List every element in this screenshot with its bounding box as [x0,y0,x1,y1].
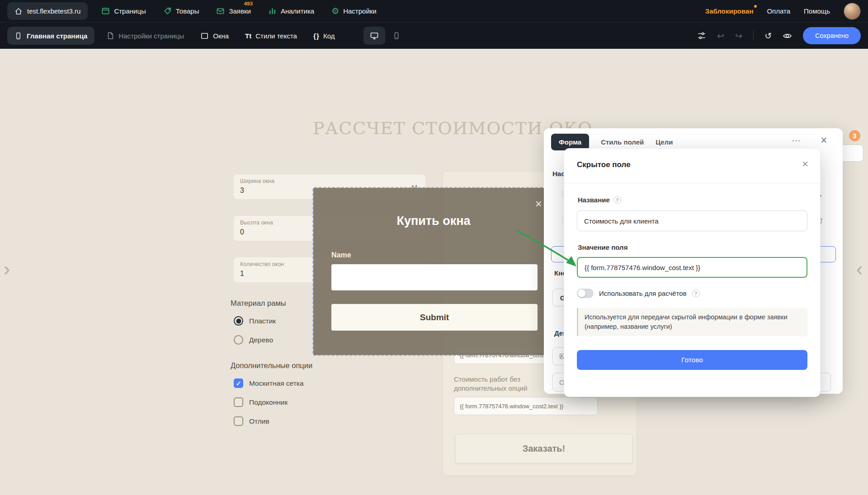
nav-leads[interactable]: Заявки 493 [216,7,250,15]
edge-right-arrow-icon[interactable]: ‹ [856,260,863,279]
field-name-label: Название [578,196,610,204]
width-field-label: Ширина окна [240,178,419,184]
field-value-input[interactable]: {{ form.778757476.window_cost.text }} [577,257,807,278]
text-styles-label: Стили текста [255,32,297,40]
top-nav: Страницы Товары Заявки 493 Аналитика [101,7,376,15]
pages-icon [101,7,110,15]
layout-settings-icon[interactable] [697,31,706,40]
page-phone-icon [14,32,22,40]
name-input[interactable] [331,264,538,290]
device-switch [363,27,401,45]
edge-left-arrow-icon[interactable]: › [4,260,10,279]
site-domain-chip[interactable]: test.flexbetest3.ru [7,2,88,20]
cost-label: Стоимость работ без дополнительных опций [454,375,559,393]
panel-more-icon[interactable]: ··· [792,136,801,145]
checkbox-sill[interactable]: Подоконник [234,397,288,407]
nav-leads-label: Заявки [229,7,250,15]
annotation-arrow [513,226,590,276]
mobile-icon [392,32,401,40]
calc-toggle[interactable] [577,289,594,298]
redo-icon[interactable]: ↪ [735,32,742,40]
top-bar: test.flexbetest3.ru Страницы Товары Заяв… [0,0,868,22]
leads-icon [216,7,225,15]
checkbox-drip-label: Отлив [249,417,269,425]
page-settings-icon [106,32,114,40]
current-page-button[interactable]: Главная страница [7,27,94,45]
nav-products[interactable]: Товары [163,7,199,15]
name-help-icon[interactable]: ? [613,196,621,204]
flexbe-editor-screen: test.flexbetest3.ru Страницы Товары Заяв… [0,0,868,495]
checkbox-sill-control[interactable] [234,397,243,407]
checkbox-mosquito-net-control[interactable]: ✓ [234,378,243,388]
history-icon[interactable]: ↺ [764,32,772,40]
windows-icon [200,32,209,40]
windows-label: Окна [213,32,229,40]
checkbox-sill-label: Подоконник [249,398,288,406]
preview-eye-icon[interactable] [783,31,792,41]
toolbar-divider [753,31,754,41]
site-domain: test.flexbetest3.ru [27,7,80,15]
text-styles-button[interactable]: Tt Стили текста [245,32,297,40]
help-link[interactable]: Помощь [804,7,830,15]
settings-gear-icon: ⚙ [331,7,339,15]
nav-analytics-label: Аналитика [281,7,314,15]
field-name-input[interactable]: Стоимость для клиента [577,210,807,231]
order-button[interactable]: Заказать! [455,434,632,463]
text-styles-icon: Tt [245,32,251,40]
notification-badge: 3 [849,130,860,141]
name-label-row: Название ? [578,196,621,204]
panel-close-icon[interactable]: × [821,134,827,147]
hidden-field-hint: Используется для передачи скрытой информ… [577,308,807,336]
home-icon [14,7,23,15]
nav-settings[interactable]: ⚙ Настройки [331,7,377,15]
radio-wood-label: Дерево [249,336,273,344]
code-icon: { } [313,32,319,40]
products-icon [163,7,172,15]
submit-button[interactable]: Submit [331,304,538,331]
buy-modal-close-icon[interactable]: × [535,198,542,210]
page-settings-button[interactable]: Настройки страницы [106,32,184,40]
tab-field-style[interactable]: Стиль полей [601,138,644,146]
checkbox-drip[interactable]: Отлив [234,416,269,426]
windows-button[interactable]: Окна [200,32,229,40]
undo-icon[interactable]: ↩ [717,32,724,40]
radio-wood-control[interactable] [234,335,243,345]
calc-help-icon[interactable]: ? [692,290,700,297]
code-button[interactable]: { } Код [313,32,335,40]
top-bar-right: Заблокирован Оплата Помощь [705,3,861,20]
code-label: Код [323,32,335,40]
done-button[interactable]: Готово [577,350,807,370]
user-avatar[interactable] [844,3,861,20]
checkbox-mosquito-net[interactable]: ✓ Москитная сетка [234,378,304,388]
saved-button[interactable]: Сохранено [803,27,861,44]
desktop-view-button[interactable] [363,27,385,45]
radio-wood[interactable]: Дерево [234,335,273,345]
page-settings-label: Настройки страницы [118,32,184,40]
radio-plastic-label: Пластик [249,317,276,325]
nav-pages-label: Страницы [114,7,146,15]
editor-toolbar: Главная страница Настройки страницы Окна… [0,22,868,49]
blocked-status[interactable]: Заблокирован [705,7,754,15]
material-section-label: Материал рамы [231,299,286,308]
nav-products-label: Товары [176,7,199,15]
radio-plastic[interactable]: Пластик [234,316,276,326]
leads-count-badge: 493 [244,1,253,6]
radio-plastic-control[interactable] [234,316,243,326]
checkbox-mosquito-net-label: Москитная сетка [249,379,304,388]
hidden-field-modal-close-icon[interactable]: × [802,158,808,170]
tab-goals[interactable]: Цели [656,138,673,146]
analytics-icon [268,7,277,15]
toolbar-items: Настройки страницы Окна Tt Стили текста … [106,32,335,40]
payment-link[interactable]: Оплата [767,7,790,15]
desktop-icon [370,31,379,40]
toolbar-right: ↩ ↪ ↺ Сохранено [697,27,861,44]
calc-toggle-label: Использовать для расчётов [599,290,687,297]
checkbox-drip-control[interactable] [234,416,243,426]
nav-analytics[interactable]: Аналитика [268,7,314,15]
blocked-dot [754,5,757,8]
nav-pages[interactable]: Страницы [101,7,146,15]
extra-options-label: Дополнительные опции [231,361,312,370]
mobile-view-button[interactable] [392,32,401,40]
nav-settings-label: Настройки [343,7,377,15]
hidden-field-display-2[interactable]: {{ form.778757476.window_cost2.text }} [454,397,598,415]
